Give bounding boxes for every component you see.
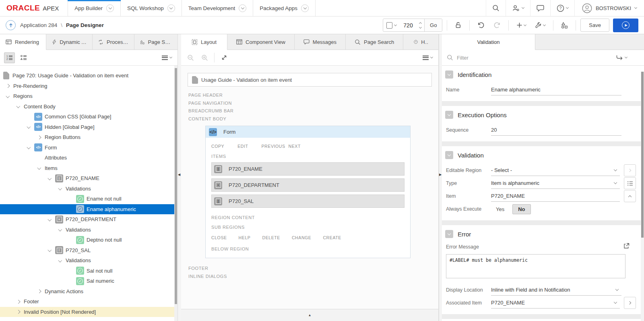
go-to-editable-region-button[interactable] [624,164,636,176]
tab-validation-properties[interactable]: Validation [442,34,535,50]
slot-next[interactable]: NEXT [289,144,301,149]
page-number-stepper[interactable] [417,19,424,31]
item-input[interactable]: P720_ENAME [491,191,620,202]
administration-menu-button[interactable] [506,0,530,16]
section-error-header[interactable]: Error [445,230,641,238]
left-panel-menu-button[interactable] [160,56,173,60]
tree-node-page-720-usage-guide-validation-on-item-event[interactable]: Page 720: Usage Guide - Validation on it… [0,70,178,81]
slot-help[interactable]: HELP [239,235,251,240]
expand-node-icon[interactable] [17,300,24,303]
associated-item-select[interactable]: P720_ENAME [491,298,620,309]
page-number-input[interactable] [400,19,417,31]
tree-node-region-buttons[interactable]: Region Buttons [0,132,178,143]
nav-tab-sql-workshop[interactable]: SQL Workshop [121,0,182,16]
tree-node-deptno-not-null[interactable]: ✓Deptno not null [0,235,178,245]
tree-node-ename-not-null[interactable]: ✓Ename not null [0,194,178,204]
slot-copy[interactable]: COPY [211,144,224,149]
tree-node-validations[interactable]: Validations [0,225,178,235]
collapse-node-icon[interactable] [48,219,55,221]
expand-node-icon[interactable] [6,85,13,87]
expand-node-icon[interactable] [38,136,45,139]
go-up-button[interactable] [6,20,16,30]
tab-page-search[interactable]: Page Search [346,34,403,50]
name-input[interactable]: Ename alphanumeric [491,85,621,95]
property-filter-input[interactable] [457,55,612,61]
collapse-right-icon[interactable]: ▶ [439,173,442,176]
collapse-node-icon[interactable] [59,260,66,262]
collapse-node-icon[interactable] [59,188,66,190]
scrollbar-thumb[interactable] [641,72,644,238]
canvas-item-p720-ename[interactable]: IP720_ENAME [211,162,405,176]
tree-node-pre-rendering[interactable]: Pre-Rendering [0,81,178,91]
section-identification-header[interactable]: Identification [445,70,641,79]
lock-button[interactable] [452,22,465,29]
collapse-left-icon[interactable]: ◀ [178,173,180,176]
scrollbar-thumb[interactable] [175,68,177,304]
tree-node-common-css-global-page[interactable]: </>Common CSS [Global Page] [0,112,178,122]
tree-node-hidden-global-page[interactable]: </>Hidden [Global Page] [0,122,178,133]
collapse-icon[interactable] [445,70,453,79]
type-picker-button[interactable] [624,177,636,189]
right-splitter[interactable]: ▶ [439,34,442,321]
tree-node-regions[interactable]: Regions [0,91,178,101]
collapse-node-icon[interactable] [38,167,45,169]
utilities-menu-button[interactable] [532,22,549,29]
tree-node-dynamic-actions[interactable]: Dynamic Actions [0,286,178,297]
undo-button[interactable] [474,22,488,29]
tab-rendering[interactable]: Rendering [0,34,46,50]
display-location-select[interactable]: Inline with Field and in Notification [491,285,621,296]
tree-node-form[interactable]: </>Form [0,143,178,153]
expand-bottom-pane-icon[interactable]: ▲ [308,313,312,317]
slot-previous[interactable]: PREVIOUS [262,144,285,149]
item-picker-button[interactable] [624,190,636,202]
tree-node-footer[interactable]: Footer [0,296,178,307]
collapse-node-icon[interactable] [27,147,34,149]
expand-all-button[interactable] [219,52,229,63]
tree-node-sal-not-null[interactable]: ✓Sal not null [0,266,178,276]
tab-messages[interactable]: Messages [295,34,346,50]
left-panel-scrollbar[interactable] [174,66,178,321]
nav-tab-packaged-apps[interactable]: Packaged Apps [253,0,316,16]
chevron-down-icon[interactable] [239,4,246,12]
expand-node-icon[interactable] [17,311,24,313]
canvas-item-p720-sal[interactable]: IP720_SAL [211,195,405,208]
slot-edit[interactable]: EDIT [237,144,248,149]
tree-node-items[interactable]: Items [0,163,178,174]
tab-processing[interactable]: Processing [93,34,134,50]
go-to-component-button[interactable] [616,55,627,61]
save-button[interactable]: Save [580,19,609,32]
section-execution-header[interactable]: Execution Options [445,111,641,119]
tree-node-p720-ename[interactable]: IP720_ENAME [0,173,178,184]
expand-node-icon[interactable] [38,290,45,293]
help-menu-button[interactable]: ? [550,0,574,16]
go-button[interactable]: Go [424,19,442,31]
create-menu-button[interactable] [513,22,529,28]
tab-dynamic-actions[interactable]: Dynamic A... [46,34,93,50]
slot-delete[interactable]: DELETE [262,235,280,240]
always-execute-no[interactable]: No [512,204,530,214]
type-select[interactable]: Item is alphanumeric [491,178,620,189]
tab-layout[interactable]: Layout [181,34,227,50]
slot-create[interactable]: CREATE [323,235,341,240]
redo-button[interactable] [490,22,504,29]
canvas-item-p720-department[interactable]: ▼P720_DEPARTMENT [211,178,405,192]
canvas-page-node[interactable]: Usage Guide - Validation on item event [188,73,432,87]
order-by-sequence-toggle[interactable]: 12 [4,52,15,63]
zoom-in-button[interactable] [199,52,210,63]
slot-change[interactable]: CHANGE [292,235,312,240]
collapse-node-icon[interactable] [48,178,55,180]
global-search-button[interactable] [486,0,506,16]
form-region[interactable]: </> Form COPY EDIT PREVIOUS NEXT ITEMS I… [205,126,411,258]
form-region-header[interactable]: </> Form [206,126,410,138]
shared-components-button[interactable] [558,22,571,29]
group-by-type-toggle[interactable] [18,52,29,63]
tab-page-shared-components[interactable]: Page Share... [134,34,178,50]
feedback-button[interactable] [530,0,550,16]
open-code-editor-button[interactable] [623,243,630,251]
spinner-down-icon[interactable] [419,25,422,28]
run-page-button[interactable]: ▶ [613,19,638,32]
section-validation-header[interactable]: Validation [445,151,641,159]
left-splitter[interactable]: ◀ [178,34,181,321]
tree-node-sal-numeric[interactable]: ✓Sal numeric [0,276,178,286]
chevron-down-icon[interactable] [301,4,309,12]
